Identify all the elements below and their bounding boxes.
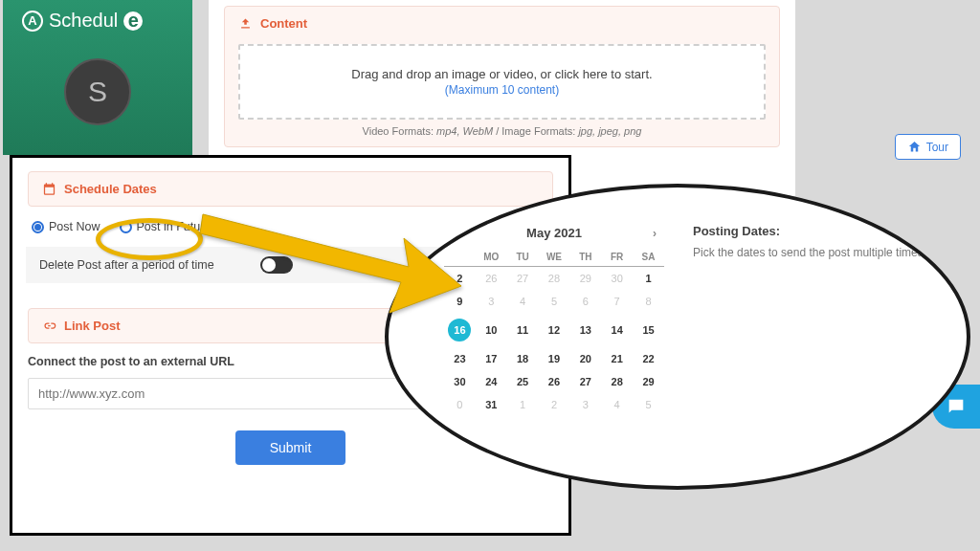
calendar-day[interactable]: 23 bbox=[444, 347, 476, 370]
radio-post-future[interactable]: Post in Future bbox=[120, 220, 212, 233]
link-icon bbox=[42, 319, 56, 333]
calendar[interactable]: ‹ May 2021 › MOTUWETHFRSA 22627282930193… bbox=[444, 222, 664, 457]
content-panel: Content Drag and drop an image or video,… bbox=[224, 6, 780, 147]
brand-logo-suffix: e bbox=[123, 11, 143, 31]
brand-logo-mark: A bbox=[22, 11, 43, 32]
radio-icon bbox=[32, 221, 44, 233]
calendar-day[interactable]: 5 bbox=[633, 393, 664, 416]
content-panel-title: Content bbox=[238, 16, 766, 31]
calendar-day[interactable]: 2 bbox=[444, 267, 476, 291]
brand-name: Schedul bbox=[49, 10, 118, 32]
calendar-dow: WE bbox=[539, 248, 570, 267]
calendar-day[interactable]: 6 bbox=[569, 290, 601, 313]
calendar-next[interactable]: › bbox=[653, 227, 657, 240]
calendar-dow: SA bbox=[633, 248, 664, 267]
calendar-day[interactable]: 29 bbox=[633, 370, 664, 393]
calendar-popout: ‹ May 2021 › MOTUWETHFRSA 22627282930193… bbox=[385, 184, 970, 490]
calendar-dow: MO bbox=[476, 248, 507, 267]
calendar-day[interactable]: 12 bbox=[539, 313, 570, 347]
posting-dates-panel: Posting Dates: Pick the dates to send th… bbox=[693, 222, 928, 457]
calendar-day[interactable]: 16 bbox=[444, 313, 476, 347]
calendar-day[interactable]: 30 bbox=[444, 370, 476, 393]
schedule-panel-title: Schedule Dates bbox=[42, 182, 539, 196]
calendar-dow: TH bbox=[569, 248, 601, 267]
calendar-day[interactable]: 31 bbox=[476, 393, 507, 416]
tour-button[interactable]: Tour bbox=[895, 134, 961, 160]
delete-after-label: Delete Post after a period of time bbox=[39, 258, 214, 272]
format-hint: Video Formats: mp4, WebM / Image Formats… bbox=[238, 125, 766, 137]
calendar-day[interactable]: 10 bbox=[476, 313, 507, 347]
calendar-day[interactable]: 0 bbox=[444, 393, 476, 416]
calendar-day[interactable]: 9 bbox=[444, 290, 476, 313]
calendar-day[interactable]: 8 bbox=[633, 290, 664, 313]
posting-dates-title: Posting Dates: bbox=[693, 224, 928, 238]
calendar-day[interactable]: 28 bbox=[539, 267, 570, 291]
posting-dates-hint: Pick the dates to send the post multiple… bbox=[693, 246, 928, 259]
calendar-day[interactable]: 18 bbox=[507, 347, 539, 370]
calendar-day[interactable]: 28 bbox=[601, 370, 633, 393]
radio-post-now[interactable]: Post Now bbox=[32, 220, 100, 233]
radio-icon bbox=[120, 221, 132, 233]
calendar-day[interactable]: 22 bbox=[633, 347, 664, 370]
calendar-day[interactable]: 3 bbox=[476, 290, 507, 313]
calendar-day[interactable]: 27 bbox=[569, 370, 601, 393]
calendar-day[interactable]: 19 bbox=[539, 347, 570, 370]
home-icon bbox=[907, 140, 922, 154]
calendar-icon bbox=[42, 182, 56, 196]
calendar-month: May 2021 bbox=[526, 226, 582, 240]
calendar-day[interactable]: 1 bbox=[507, 393, 539, 416]
calendar-day[interactable]: 14 bbox=[601, 313, 633, 347]
calendar-day[interactable]: 7 bbox=[601, 290, 633, 313]
delete-after-toggle[interactable] bbox=[260, 256, 293, 274]
avatar[interactable]: S bbox=[64, 58, 131, 125]
schedule-panel: Schedule Dates bbox=[28, 171, 553, 207]
calendar-day[interactable]: 13 bbox=[569, 313, 601, 347]
calendar-day[interactable]: 27 bbox=[507, 267, 539, 291]
calendar-day[interactable]: 20 bbox=[569, 347, 601, 370]
submit-button[interactable]: Submit bbox=[235, 430, 346, 465]
calendar-day[interactable]: 11 bbox=[507, 313, 539, 347]
calendar-day[interactable]: 30 bbox=[601, 267, 633, 291]
dropzone-subtext: (Maximum 10 content) bbox=[250, 83, 754, 97]
calendar-day[interactable]: 29 bbox=[569, 267, 601, 291]
chat-icon bbox=[946, 396, 967, 417]
dropzone-text: Drag and drop an image or video, or clic… bbox=[250, 67, 754, 81]
calendar-day[interactable]: 26 bbox=[539, 370, 570, 393]
calendar-grid[interactable]: MOTUWETHFRSA 226272829301934567816101112… bbox=[444, 248, 664, 416]
calendar-day[interactable]: 21 bbox=[601, 347, 633, 370]
svg-rect-1 bbox=[951, 406, 957, 407]
brand-logo: A Schedul e bbox=[3, 0, 192, 41]
calendar-day[interactable]: 24 bbox=[476, 370, 507, 393]
calendar-day[interactable]: 2 bbox=[539, 393, 570, 416]
calendar-day[interactable]: 15 bbox=[633, 313, 664, 347]
svg-rect-0 bbox=[951, 403, 960, 404]
media-dropzone[interactable]: Drag and drop an image or video, or clic… bbox=[238, 44, 766, 120]
calendar-dow: FR bbox=[601, 248, 633, 267]
upload-icon bbox=[238, 16, 253, 31]
calendar-day[interactable]: 1 bbox=[633, 267, 664, 291]
calendar-day[interactable]: 25 bbox=[507, 370, 539, 393]
calendar-dow: TU bbox=[507, 248, 539, 267]
calendar-day[interactable]: 26 bbox=[476, 267, 507, 291]
calendar-day[interactable]: 4 bbox=[601, 393, 633, 416]
calendar-day[interactable]: 5 bbox=[539, 290, 570, 313]
calendar-day[interactable]: 3 bbox=[569, 393, 601, 416]
calendar-day[interactable]: 17 bbox=[476, 347, 507, 370]
sidebar: A Schedul e S bbox=[3, 0, 192, 155]
calendar-day[interactable]: 4 bbox=[507, 290, 539, 313]
